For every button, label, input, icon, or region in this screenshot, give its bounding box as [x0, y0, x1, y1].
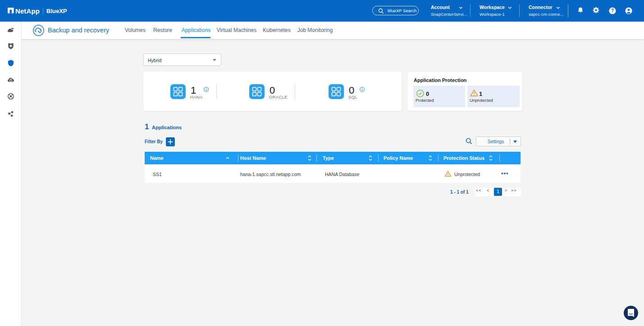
svg-text:?: ? — [611, 8, 613, 13]
